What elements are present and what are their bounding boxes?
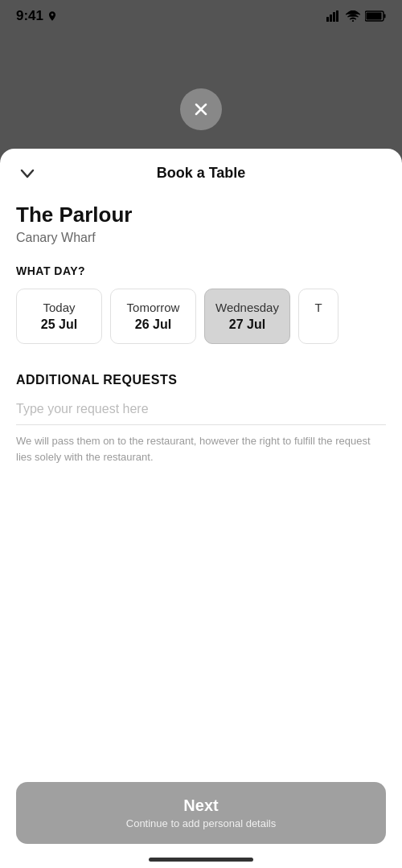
status-time: 9:41 <box>16 8 43 24</box>
svg-rect-1 <box>330 14 332 22</box>
close-button[interactable] <box>180 88 222 130</box>
day-date-tomorrow: 26 Jul <box>135 317 171 332</box>
chevron-down-icon <box>18 165 36 182</box>
additional-requests-section: ADDITIONAL REQUESTS We will pass them on… <box>16 373 386 465</box>
additional-requests-label: ADDITIONAL REQUESTS <box>16 373 386 387</box>
home-indicator <box>149 858 253 862</box>
request-note: We will pass them on to the restaurant, … <box>16 433 386 465</box>
svg-rect-3 <box>336 10 338 22</box>
day-name-today: Today <box>43 301 75 314</box>
day-card-wednesday[interactable]: Wednesday 27 Jul <box>204 289 290 344</box>
restaurant-location: Canary Wharf <box>16 231 386 245</box>
request-input[interactable] <box>16 399 386 425</box>
close-icon <box>193 101 209 117</box>
next-button-sublabel: Continue to add personal details <box>126 817 276 829</box>
svg-rect-0 <box>326 17 329 22</box>
status-icons <box>326 10 386 22</box>
sheet-footer: Next Continue to add personal details <box>0 769 402 868</box>
sheet-header: Book a Table <box>0 149 402 194</box>
day-name-next: T <box>314 301 322 314</box>
location-icon <box>47 10 58 22</box>
status-bar: 9:41 <box>0 0 402 29</box>
day-name-wednesday: Wednesday <box>215 301 279 314</box>
day-selector: Today 25 Jul Tomorrow 26 Jul Wednesday 2… <box>16 289 386 344</box>
signal-icon <box>326 10 341 22</box>
day-card-next[interactable]: T <box>298 289 338 344</box>
day-date-today: 25 Jul <box>41 317 77 332</box>
svg-point-4 <box>352 20 354 22</box>
battery-icon <box>365 10 386 22</box>
wifi-icon <box>346 10 360 22</box>
svg-rect-7 <box>384 14 386 18</box>
day-section-label: WHAT DAY? <box>16 264 386 277</box>
day-name-tomorrow: Tomorrow <box>127 301 180 314</box>
day-card-today[interactable]: Today 25 Jul <box>16 289 102 344</box>
restaurant-name: The Parlour <box>16 203 386 227</box>
sheet-title: Book a Table <box>157 165 246 182</box>
svg-rect-6 <box>367 13 382 20</box>
next-button[interactable]: Next Continue to add personal details <box>16 782 386 844</box>
collapse-button[interactable] <box>16 162 39 185</box>
day-date-wednesday: 27 Jul <box>229 317 265 332</box>
day-card-tomorrow[interactable]: Tomorrow 26 Jul <box>110 289 196 344</box>
next-button-label: Next <box>183 796 218 815</box>
svg-rect-2 <box>333 12 335 22</box>
bottom-sheet: Book a Table The Parlour Canary Wharf WH… <box>0 149 402 868</box>
sheet-content: The Parlour Canary Wharf WHAT DAY? Today… <box>0 194 402 769</box>
